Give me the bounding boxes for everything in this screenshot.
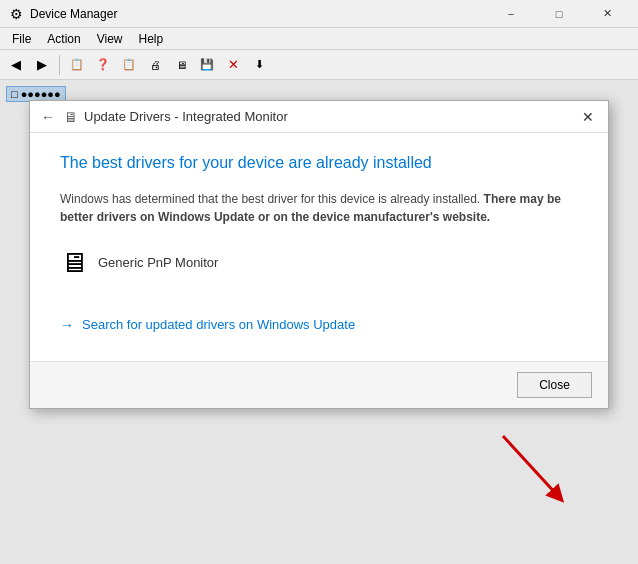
toolbar-help[interactable]: ❓: [91, 53, 115, 77]
toolbar-properties[interactable]: 📋: [65, 53, 89, 77]
toolbar-download[interactable]: ⬇: [247, 53, 271, 77]
svg-line-1: [503, 436, 558, 496]
title-bar: ⚙ Device Manager − □ ✕: [0, 0, 638, 28]
menu-view[interactable]: View: [89, 28, 131, 50]
dialog-body: The best drivers for your device are alr…: [30, 133, 608, 361]
main-area: □ ●●●●●● ← 🖥 Update Drivers - Integrated…: [0, 80, 638, 564]
toolbar-print[interactable]: 🖨: [143, 53, 167, 77]
toolbar-back[interactable]: ◀: [4, 53, 28, 77]
toolbar-save[interactable]: 💾: [195, 53, 219, 77]
window-close-button[interactable]: ✕: [584, 0, 630, 28]
update-drivers-dialog: ← 🖥 Update Drivers - Integrated Monitor …: [29, 100, 609, 409]
dialog-title-bar: ← 🖥 Update Drivers - Integrated Monitor …: [30, 101, 608, 133]
dialog-heading: The best drivers for your device are alr…: [60, 153, 578, 174]
dialog-footer: Close: [30, 361, 608, 408]
dialog-title: Update Drivers - Integrated Monitor: [84, 109, 576, 124]
dialog-back-button[interactable]: ←: [38, 107, 58, 127]
dialog-icon: 🖥: [64, 109, 78, 125]
app-title: Device Manager: [30, 7, 488, 21]
menu-action[interactable]: Action: [39, 28, 88, 50]
description-normal: Windows has determined that the best dri…: [60, 192, 480, 206]
device-name-label: Generic PnP Monitor: [98, 255, 218, 270]
menu-file[interactable]: File: [4, 28, 39, 50]
toolbar-view[interactable]: 📋: [117, 53, 141, 77]
dialog-overlay: ← 🖥 Update Drivers - Integrated Monitor …: [0, 80, 638, 564]
annotation-arrow: [483, 426, 583, 526]
maximize-button[interactable]: □: [536, 0, 582, 28]
toolbar-forward[interactable]: ▶: [30, 53, 54, 77]
search-link-text: Search for updated drivers on Windows Up…: [82, 317, 355, 332]
window-controls: − □ ✕: [488, 0, 630, 28]
search-windows-update-link[interactable]: → Search for updated drivers on Windows …: [60, 309, 578, 341]
monitor-icon: 🖥: [60, 246, 88, 279]
toolbar: ◀ ▶ 📋 ❓ 📋 🖨 🖥 💾 ✕ ⬇: [0, 50, 638, 80]
toolbar-remove[interactable]: ✕: [221, 53, 245, 77]
menu-help[interactable]: Help: [131, 28, 172, 50]
toolbar-display[interactable]: 🖥: [169, 53, 193, 77]
device-item: 🖥 Generic PnP Monitor: [60, 246, 578, 279]
toolbar-separator-1: [59, 55, 60, 75]
minimize-button[interactable]: −: [488, 0, 534, 28]
arrow-icon: →: [60, 317, 74, 333]
menu-bar: File Action View Help: [0, 28, 638, 50]
dialog-description: Windows has determined that the best dri…: [60, 190, 578, 226]
close-button[interactable]: Close: [517, 372, 592, 398]
dialog-close-x-button[interactable]: ✕: [576, 105, 600, 129]
app-icon: ⚙: [8, 6, 24, 22]
